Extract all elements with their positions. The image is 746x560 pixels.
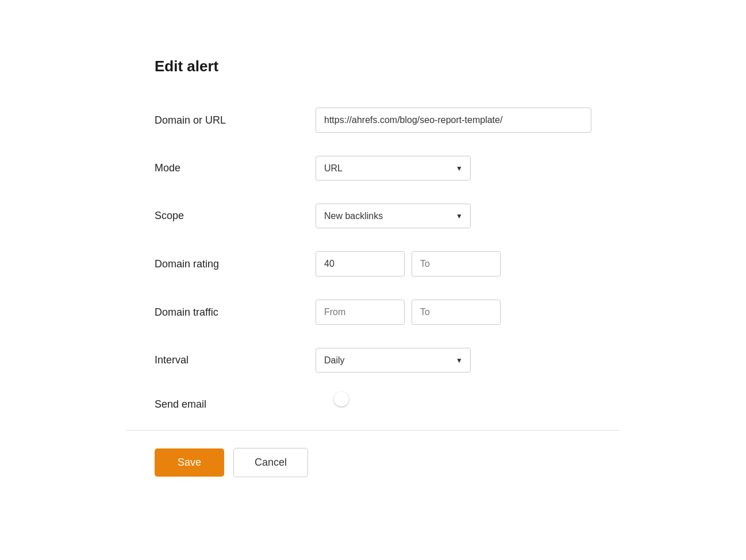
- mode-label: Mode: [155, 162, 316, 174]
- send-email-label: Send email: [155, 398, 316, 411]
- scope-label: Scope: [155, 210, 316, 222]
- domain-traffic-control: [316, 300, 591, 325]
- domain-rating-to-input[interactable]: [412, 251, 501, 277]
- domain-rating-control: [316, 251, 591, 277]
- scope-select[interactable]: New backlinks Lost backlinks New and los…: [316, 204, 471, 228]
- cancel-button[interactable]: Cancel: [233, 448, 308, 477]
- footer: Save Cancel: [155, 431, 591, 494]
- domain-traffic-row: Domain traffic: [155, 288, 591, 336]
- domain-traffic-from-input[interactable]: [316, 300, 405, 325]
- toggle-thumb: [334, 392, 349, 406]
- scope-row: Scope New backlinks Lost backlinks New a…: [155, 192, 591, 240]
- interval-control: Daily Weekly Monthly ▼: [316, 348, 591, 373]
- form-body: Domain or URL Mode URL Domain Prefix ▼: [155, 96, 591, 424]
- domain-traffic-label: Domain traffic: [155, 306, 316, 319]
- domain-rating-label: Domain rating: [155, 258, 316, 270]
- domain-rating-row: Domain rating: [155, 240, 591, 288]
- send-email-row: Send email: [155, 384, 591, 424]
- interval-select-wrapper: Daily Weekly Monthly ▼: [316, 348, 471, 373]
- domain-label: Domain or URL: [155, 114, 316, 126]
- domain-rating-range: [316, 251, 591, 277]
- domain-row: Domain or URL: [155, 96, 591, 144]
- interval-row: Interval Daily Weekly Monthly ▼: [155, 336, 591, 384]
- domain-control: [316, 108, 591, 133]
- interval-select[interactable]: Daily Weekly Monthly: [316, 348, 471, 373]
- mode-control: URL Domain Prefix ▼: [316, 156, 591, 181]
- domain-traffic-range: [316, 300, 591, 325]
- mode-row: Mode URL Domain Prefix ▼: [155, 144, 591, 192]
- edit-alert-dialog: Edit alert Domain or URL Mode URL Domain…: [126, 34, 620, 494]
- domain-input[interactable]: [316, 108, 591, 133]
- scope-control: New backlinks Lost backlinks New and los…: [316, 204, 591, 228]
- save-button[interactable]: Save: [155, 448, 224, 477]
- mode-select[interactable]: URL Domain Prefix: [316, 156, 471, 181]
- scope-select-wrapper: New backlinks Lost backlinks New and los…: [316, 204, 471, 228]
- dialog-title: Edit alert: [155, 57, 591, 75]
- domain-rating-from-input[interactable]: [316, 251, 405, 277]
- mode-select-wrapper: URL Domain Prefix ▼: [316, 156, 471, 181]
- send-email-control: [316, 399, 591, 409]
- interval-label: Interval: [155, 354, 316, 366]
- domain-traffic-to-input[interactable]: [412, 300, 501, 325]
